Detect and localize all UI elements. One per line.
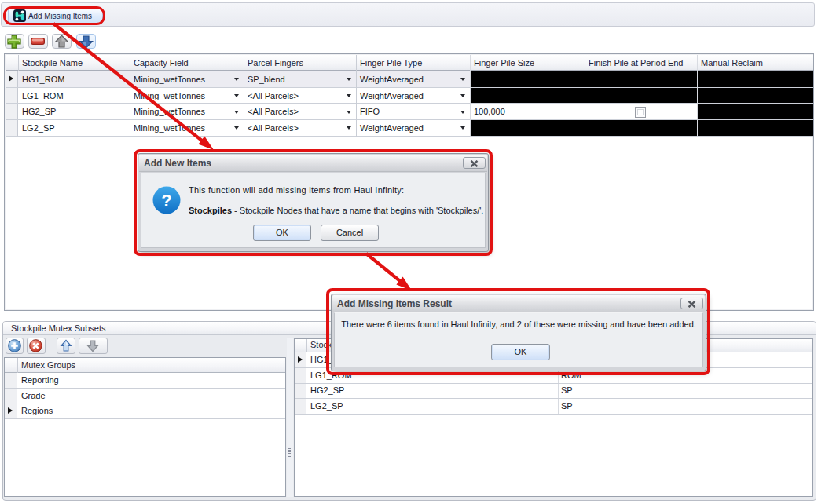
svg-text:?: ? — [161, 191, 171, 210]
